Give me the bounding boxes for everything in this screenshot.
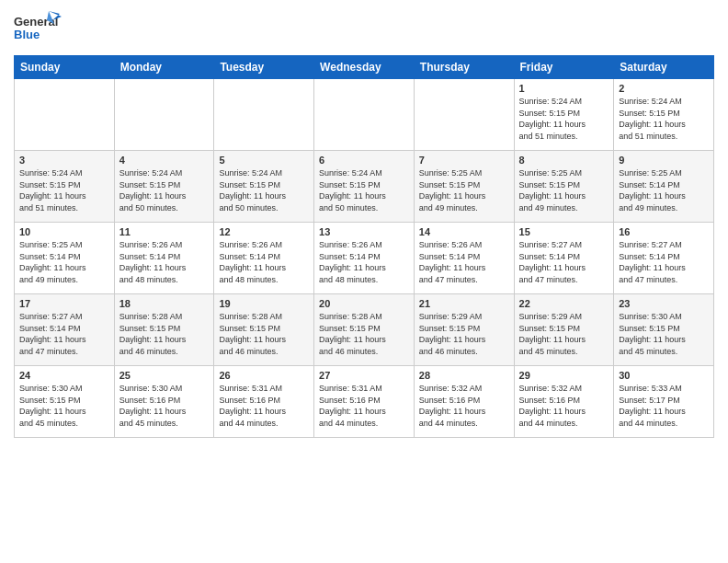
- calendar-cell: 27Sunrise: 5:31 AM Sunset: 5:16 PM Dayli…: [314, 366, 415, 438]
- day-number: 6: [319, 155, 409, 166]
- day-number: 10: [19, 226, 109, 237]
- day-info: Sunrise: 5:24 AM Sunset: 5:15 PM Dayligh…: [219, 167, 309, 213]
- calendar-cell: [15, 79, 115, 151]
- day-number: 26: [219, 370, 309, 381]
- calendar-cell: 26Sunrise: 5:31 AM Sunset: 5:16 PM Dayli…: [214, 366, 314, 438]
- day-info: Sunrise: 5:27 AM Sunset: 5:14 PM Dayligh…: [19, 311, 109, 357]
- calendar-cell: 10Sunrise: 5:25 AM Sunset: 5:14 PM Dayli…: [15, 223, 115, 294]
- day-number: 22: [519, 298, 609, 309]
- day-info: Sunrise: 5:28 AM Sunset: 5:15 PM Dayligh…: [319, 311, 409, 357]
- header: General Blue: [14, 9, 714, 48]
- weekday-header-friday: Friday: [514, 56, 614, 79]
- calendar-cell: 4Sunrise: 5:24 AM Sunset: 5:15 PM Daylig…: [114, 151, 214, 223]
- day-number: 12: [219, 226, 309, 237]
- logo-svg: General Blue: [14, 9, 62, 44]
- day-number: 20: [319, 298, 409, 309]
- day-info: Sunrise: 5:27 AM Sunset: 5:14 PM Dayligh…: [619, 239, 709, 285]
- calendar-cell: 3Sunrise: 5:24 AM Sunset: 5:15 PM Daylig…: [15, 151, 115, 223]
- calendar-cell: 12Sunrise: 5:26 AM Sunset: 5:14 PM Dayli…: [214, 223, 314, 294]
- calendar-cell: 22Sunrise: 5:29 AM Sunset: 5:15 PM Dayli…: [514, 294, 614, 366]
- day-info: Sunrise: 5:26 AM Sunset: 5:14 PM Dayligh…: [419, 239, 509, 285]
- day-number: 25: [119, 370, 210, 381]
- day-info: Sunrise: 5:25 AM Sunset: 5:15 PM Dayligh…: [419, 167, 509, 213]
- day-info: Sunrise: 5:25 AM Sunset: 5:15 PM Dayligh…: [519, 167, 609, 213]
- calendar-cell: 8Sunrise: 5:25 AM Sunset: 5:15 PM Daylig…: [514, 151, 614, 223]
- day-info: Sunrise: 5:25 AM Sunset: 5:14 PM Dayligh…: [19, 239, 109, 285]
- calendar-cell: 16Sunrise: 5:27 AM Sunset: 5:14 PM Dayli…: [614, 223, 714, 294]
- day-info: Sunrise: 5:30 AM Sunset: 5:16 PM Dayligh…: [119, 383, 210, 429]
- day-number: 2: [619, 83, 709, 94]
- calendar-cell: 23Sunrise: 5:30 AM Sunset: 5:15 PM Dayli…: [614, 294, 714, 366]
- day-number: 5: [219, 155, 309, 166]
- day-info: Sunrise: 5:26 AM Sunset: 5:14 PM Dayligh…: [319, 239, 409, 285]
- day-number: 23: [619, 298, 709, 309]
- calendar-cell: 11Sunrise: 5:26 AM Sunset: 5:14 PM Dayli…: [114, 223, 214, 294]
- day-info: Sunrise: 5:26 AM Sunset: 5:14 PM Dayligh…: [219, 239, 309, 285]
- day-info: Sunrise: 5:28 AM Sunset: 5:15 PM Dayligh…: [119, 311, 210, 357]
- weekday-header-tuesday: Tuesday: [214, 56, 314, 79]
- week-row-2: 3Sunrise: 5:24 AM Sunset: 5:15 PM Daylig…: [15, 151, 714, 223]
- calendar-cell: 25Sunrise: 5:30 AM Sunset: 5:16 PM Dayli…: [114, 366, 214, 438]
- day-info: Sunrise: 5:30 AM Sunset: 5:15 PM Dayligh…: [619, 311, 709, 357]
- day-info: Sunrise: 5:30 AM Sunset: 5:15 PM Dayligh…: [19, 383, 109, 429]
- day-number: 28: [419, 370, 509, 381]
- calendar-cell: 19Sunrise: 5:28 AM Sunset: 5:15 PM Dayli…: [214, 294, 314, 366]
- day-number: 3: [19, 155, 109, 166]
- day-number: 17: [19, 298, 109, 309]
- day-number: 14: [419, 226, 509, 237]
- calendar-cell: 20Sunrise: 5:28 AM Sunset: 5:15 PM Dayli…: [314, 294, 415, 366]
- day-info: Sunrise: 5:32 AM Sunset: 5:16 PM Dayligh…: [419, 383, 509, 429]
- day-info: Sunrise: 5:31 AM Sunset: 5:16 PM Dayligh…: [319, 383, 409, 429]
- calendar-cell: [414, 79, 514, 151]
- day-info: Sunrise: 5:24 AM Sunset: 5:15 PM Dayligh…: [519, 96, 609, 142]
- day-number: 8: [519, 155, 609, 166]
- calendar-cell: 5Sunrise: 5:24 AM Sunset: 5:15 PM Daylig…: [214, 151, 314, 223]
- day-info: Sunrise: 5:29 AM Sunset: 5:15 PM Dayligh…: [419, 311, 509, 357]
- weekday-header-wednesday: Wednesday: [314, 56, 415, 79]
- calendar-cell: 14Sunrise: 5:26 AM Sunset: 5:14 PM Dayli…: [414, 223, 514, 294]
- day-info: Sunrise: 5:27 AM Sunset: 5:14 PM Dayligh…: [519, 239, 609, 285]
- weekday-header-saturday: Saturday: [614, 56, 714, 79]
- calendar-cell: 28Sunrise: 5:32 AM Sunset: 5:16 PM Dayli…: [414, 366, 514, 438]
- week-row-5: 24Sunrise: 5:30 AM Sunset: 5:15 PM Dayli…: [15, 366, 714, 438]
- day-info: Sunrise: 5:31 AM Sunset: 5:16 PM Dayligh…: [219, 383, 309, 429]
- calendar-table: SundayMondayTuesdayWednesdayThursdayFrid…: [14, 55, 714, 438]
- calendar-cell: 7Sunrise: 5:25 AM Sunset: 5:15 PM Daylig…: [414, 151, 514, 223]
- day-info: Sunrise: 5:33 AM Sunset: 5:17 PM Dayligh…: [619, 383, 709, 429]
- day-number: 24: [19, 370, 109, 381]
- day-number: 1: [519, 83, 609, 94]
- logo: General Blue: [14, 9, 62, 48]
- day-info: Sunrise: 5:24 AM Sunset: 5:15 PM Dayligh…: [319, 167, 409, 213]
- day-number: 13: [319, 226, 409, 237]
- day-number: 29: [519, 370, 609, 381]
- day-info: Sunrise: 5:28 AM Sunset: 5:15 PM Dayligh…: [219, 311, 309, 357]
- calendar-cell: 21Sunrise: 5:29 AM Sunset: 5:15 PM Dayli…: [414, 294, 514, 366]
- day-info: Sunrise: 5:24 AM Sunset: 5:15 PM Dayligh…: [19, 167, 109, 213]
- calendar-cell: 29Sunrise: 5:32 AM Sunset: 5:16 PM Dayli…: [514, 366, 614, 438]
- day-number: 30: [619, 370, 709, 381]
- calendar-cell: 30Sunrise: 5:33 AM Sunset: 5:17 PM Dayli…: [614, 366, 714, 438]
- week-row-3: 10Sunrise: 5:25 AM Sunset: 5:14 PM Dayli…: [15, 223, 714, 294]
- day-number: 18: [119, 298, 210, 309]
- calendar-cell: 9Sunrise: 5:25 AM Sunset: 5:14 PM Daylig…: [614, 151, 714, 223]
- week-row-4: 17Sunrise: 5:27 AM Sunset: 5:14 PM Dayli…: [15, 294, 714, 366]
- weekday-header-monday: Monday: [114, 56, 214, 79]
- day-number: 21: [419, 298, 509, 309]
- day-number: 19: [219, 298, 309, 309]
- day-info: Sunrise: 5:26 AM Sunset: 5:14 PM Dayligh…: [119, 239, 210, 285]
- day-info: Sunrise: 5:24 AM Sunset: 5:15 PM Dayligh…: [119, 167, 210, 213]
- calendar-cell: 13Sunrise: 5:26 AM Sunset: 5:14 PM Dayli…: [314, 223, 415, 294]
- calendar-cell: [214, 79, 314, 151]
- calendar-cell: 15Sunrise: 5:27 AM Sunset: 5:14 PM Dayli…: [514, 223, 614, 294]
- weekday-header-thursday: Thursday: [414, 56, 514, 79]
- day-number: 27: [319, 370, 409, 381]
- day-number: 16: [619, 226, 709, 237]
- day-info: Sunrise: 5:24 AM Sunset: 5:15 PM Dayligh…: [619, 96, 709, 142]
- day-number: 11: [119, 226, 210, 237]
- day-number: 4: [119, 155, 210, 166]
- calendar-cell: [114, 79, 214, 151]
- week-row-1: 1Sunrise: 5:24 AM Sunset: 5:15 PM Daylig…: [15, 79, 714, 151]
- day-info: Sunrise: 5:29 AM Sunset: 5:15 PM Dayligh…: [519, 311, 609, 357]
- calendar-cell: 17Sunrise: 5:27 AM Sunset: 5:14 PM Dayli…: [15, 294, 115, 366]
- calendar-cell: 24Sunrise: 5:30 AM Sunset: 5:15 PM Dayli…: [15, 366, 115, 438]
